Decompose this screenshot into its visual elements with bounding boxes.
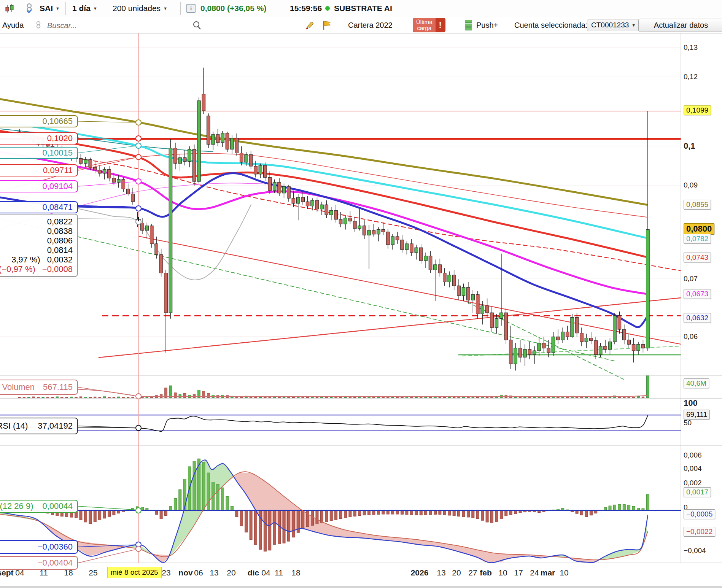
rsi-legend: RSI (14)37,04192 — [0, 418, 78, 434]
date-label: dic — [248, 568, 259, 577]
push-status-icon — [465, 17, 472, 33]
pencil-icon — [304, 19, 316, 31]
macd-hist-legend: (12 26 9)0,00044 — [0, 500, 78, 513]
date-label: 24 — [530, 568, 539, 577]
link-icon — [24, 2, 34, 14]
account-label: Cuenta seleccionada: — [514, 17, 587, 33]
axis-label: 0,0743 — [684, 253, 711, 262]
axis-label: 0,06 — [684, 332, 698, 341]
axis-label: −0,0005 — [684, 509, 715, 519]
window-edge — [0, 586, 722, 588]
axis-label: 0,0632 — [684, 313, 711, 323]
push-menu[interactable]: Push+ — [476, 17, 498, 33]
high-value: 0,0838 — [47, 226, 73, 236]
secondary-toolbar: Ayuda Cartera 2022 Últimacarga — [0, 17, 722, 33]
crosshair-date-label: mié 8 oct 2025 — [107, 567, 162, 578]
date-label: nov — [178, 568, 192, 577]
close-value: 0,0814 — [47, 245, 73, 255]
axis-label: 0,0782 — [684, 234, 711, 244]
axis-label: 40,6M — [684, 378, 709, 388]
date-label: 23 — [162, 568, 170, 577]
ma-value-label: 0,10015 — [0, 147, 78, 159]
axis-label: 0,13 — [684, 43, 698, 52]
axis-label: 0,006 — [684, 451, 702, 459]
search-button[interactable] — [192, 17, 202, 33]
ma-value-label: 0,10665 — [0, 115, 78, 127]
ma-value-label: 0,09104 — [0, 180, 78, 192]
date-label: feb — [480, 568, 492, 577]
units-label: 200 unidades — [113, 4, 161, 13]
date-label: 2026 — [411, 568, 429, 577]
flag-icon — [321, 19, 332, 31]
axis-label: −0,0022 — [684, 527, 715, 537]
symbol-label: SAI — [40, 4, 53, 13]
units-selector[interactable]: 200 unidades▼ — [113, 0, 167, 17]
axis-label: 69,111 — [684, 410, 710, 420]
link-icon — [34, 20, 43, 30]
link-button[interactable] — [24, 0, 34, 17]
axis-label: 0,1 — [684, 141, 695, 151]
date-label: 13 — [210, 568, 218, 577]
refresh-data-button[interactable]: Actualizar datos — [638, 17, 722, 33]
axis-label: 0,07 — [684, 275, 698, 283]
date-label: 17 — [514, 568, 523, 577]
draw-tool-button[interactable] — [304, 17, 316, 33]
candlestick-icon — [4, 3, 15, 14]
ma-value-label: 0,1020 — [0, 132, 78, 145]
axis-label: 0,004 — [684, 464, 702, 473]
symbol-selector[interactable]: SAI▼ — [40, 0, 60, 17]
chevron-down-icon: ▼ — [56, 6, 60, 11]
low-value: 0,0806 — [47, 236, 73, 246]
chevron-down-icon: ▼ — [163, 6, 167, 11]
axis-label: 0,09 — [684, 181, 698, 189]
account-selector[interactable]: CT0001233▼ — [587, 17, 640, 33]
status-dot-icon — [325, 6, 330, 11]
date-label: 13 — [437, 568, 445, 577]
main-toolbar: SAI▼ 1 día▼ 200 unidades▼ i 0,0800 (+36,… — [0, 0, 722, 17]
date-label: 25 — [89, 568, 97, 577]
link-small-button[interactable] — [34, 17, 43, 33]
ma-value-label: 0,08471 — [0, 201, 78, 213]
axis-label: 0,1099 — [684, 105, 711, 115]
flag-tool-button[interactable] — [321, 17, 332, 33]
date-label: 11 — [275, 568, 283, 577]
help-menu[interactable]: Ayuda — [2, 17, 24, 33]
change-pct: (−0,97 %) — [0, 264, 35, 274]
change-value: −0,0008 — [42, 264, 73, 274]
range-value: 0,0032 — [47, 255, 73, 265]
date-label: 20 — [227, 568, 235, 577]
volume-legend: Volumen567.115 — [0, 380, 78, 395]
period-selector[interactable]: 1 día▼ — [72, 0, 97, 17]
info-icon: i — [186, 4, 196, 13]
search-input[interactable] — [46, 17, 189, 34]
time-axis: mié 8 oct 2025 5 sept0411182523nov061320… — [0, 563, 722, 586]
market-open-indicator — [325, 0, 330, 17]
axis-label: 0,0855 — [684, 200, 711, 210]
info-button[interactable]: i — [186, 0, 196, 17]
axis-label: −0,004 — [684, 547, 706, 555]
search-icon — [192, 20, 202, 30]
axis-label: 0,0017 — [684, 487, 711, 497]
date-label: 18 — [291, 568, 300, 577]
last-load-button[interactable]: Últimacarga ! — [413, 17, 445, 33]
axis-label: 0,0673 — [684, 289, 711, 299]
date-label: 04 — [261, 568, 270, 577]
open-value: 0,0822 — [47, 217, 73, 227]
ma-value-label: 0,09711 — [0, 164, 78, 176]
axis-label: 0,002 — [684, 479, 702, 487]
portfolio-menu[interactable]: Cartera 2022 — [348, 17, 393, 33]
macd-line-legend: −0,00360 — [0, 540, 78, 554]
chevron-down-icon: ▼ — [93, 6, 97, 11]
chevron-down-icon: ▼ — [631, 23, 636, 27]
ohlc-tooltip: 0,0822 0,0838 0,0806 0,0814 3,97 %)0,003… — [0, 214, 78, 277]
axis-label: 0,12 — [684, 73, 698, 81]
chart-canvas[interactable] — [0, 33, 722, 588]
date-label: 20 — [452, 568, 461, 577]
date-label: 10 — [560, 568, 568, 577]
range-pct: 3,97 %) — [11, 255, 40, 265]
axis-label: 100 — [684, 398, 698, 408]
chart-type-button[interactable] — [4, 0, 15, 17]
macd-signal-legend: −0,00404 — [0, 556, 78, 570]
date-label: mar — [541, 568, 555, 577]
alert-icon: ! — [436, 18, 445, 32]
